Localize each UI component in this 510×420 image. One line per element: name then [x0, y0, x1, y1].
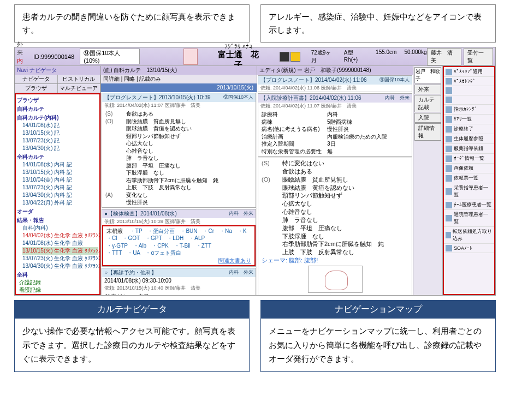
tab-inpatient[interactable]: 入院 [414, 113, 441, 123]
navmap-item[interactable]: ｵｰﾀﾞ情報一覧 [444, 154, 494, 164]
navmap-item[interactable]: ﾁｰﾑ医療患者一覧 [444, 200, 494, 210]
navmap-item[interactable]: 服薬指導依頼 [444, 144, 494, 154]
tree-item[interactable]: 13/04/30(火) 生化学 血液 ｸﾘｱﾗﾝｽ [22, 262, 98, 270]
navmap-item[interactable] [444, 95, 494, 105]
navmap-item[interactable]: ﾊﾟｽｶﾚﾝﾀﾞ [444, 77, 494, 86]
tree-item[interactable]: 14/01/08(水) 生化学 血液 [22, 239, 98, 247]
tree-group[interactable]: オーダ [17, 208, 98, 215]
tree-group[interactable]: 全科カルテ [17, 153, 98, 161]
navmap-item[interactable]: 栄養指導患者一覧 [444, 183, 494, 200]
lab-item: 末梢液 [106, 228, 123, 234]
navmap-item[interactable]: 退院管理患者一覧 [444, 210, 494, 227]
tree-item[interactable]: 13/04/22(月) 外科 記 [22, 199, 98, 207]
tree-item[interactable]: 13/10/15(火) 内科 記 [22, 169, 98, 176]
navmap-item[interactable]: 依頼票一覧 [444, 173, 494, 183]
navmap-icon [446, 188, 452, 195]
navmap-item[interactable]: ｻﾏﾘ一覧 [444, 115, 494, 124]
tree-item[interactable]: 14/04/02(水) 生化学 血液 ｸﾘｱﾗﾝｽ [22, 232, 98, 239]
tree-group[interactable]: 全科 [17, 271, 98, 279]
panel-meta: 依頼: 2014/04/02(水) 11:06 医師/藤井 清美 [258, 85, 412, 92]
navmap-icon [446, 232, 451, 238]
panel-meta: 依頼: 2014/04/02(水) 11:07 医師/藤井 清美 [102, 102, 256, 109]
progress-title[interactable]: 【プログレスノート】2013/10/15(火) 10:39 [104, 94, 211, 101]
patient-photo[interactable] [183, 49, 198, 65]
patient-id: ID:9999000148 [33, 53, 74, 60]
tree-section[interactable]: 看護記録 [19, 286, 98, 294]
tree-item[interactable]: 13/07/23(火) 内科 記 [22, 184, 98, 191]
navmap-item[interactable] [444, 86, 494, 95]
related-docs-link[interactable]: 関連文書あり [218, 257, 251, 263]
chart-viewer: (血) 自科カルテ 13/10/15(火) 同詳細 | 同略 | 記載のみ 20… [101, 66, 257, 295]
reception-list-button[interactable]: 受付一覧 [464, 48, 493, 65]
navmap-icon [446, 202, 452, 208]
allergy-icon[interactable] [290, 52, 300, 62]
tab-chart-input[interactable]: カルテ記載 [414, 95, 441, 112]
nav-tab[interactable]: ナビゲータ [15, 75, 58, 83]
editor-patient: 岩戸 和歌子 [414, 67, 441, 83]
tree-sub[interactable]: 自科(内科) [22, 224, 98, 232]
bottom-nav-title: カルテナビゲータ [15, 301, 249, 319]
bottom-map-title: ナビゲーションマップ [261, 301, 495, 319]
tree-item-selected[interactable]: 13/10/15(火) 生化学 血液 ｸﾘｱﾗﾝｽ [22, 247, 98, 255]
navmap-item[interactable]: 生体履歴参照 [444, 134, 494, 144]
nav-tab[interactable]: ブラウザ [15, 84, 58, 93]
tab-detail[interactable]: 詳細情報 [414, 123, 441, 141]
tree-item[interactable]: 13/10/15(火) 記 [22, 129, 98, 137]
panel-meta: 依頼: 2014/04/02(水) 11:07 医師/藤井 清美 [258, 103, 412, 110]
soap-s: 特に変化はない 食欲はある [282, 159, 324, 176]
tab-outpatient[interactable]: 外来 [414, 85, 441, 94]
date-bar: 2013/10/15(火) [101, 83, 257, 92]
doctor-name[interactable]: 藤井 清美 [427, 48, 462, 65]
navmap-item[interactable]: 画像依頼 [444, 164, 494, 173]
navmap-item[interactable]: 診療終了 [444, 124, 494, 134]
callout-photo: 患者カルテの聞き間違いを防ぐために顔写真を表示できます。 [14, 4, 250, 43]
tree-root[interactable]: ブラウザ [17, 97, 98, 104]
revisit-title[interactable]: ○【再診予約・他科】 [104, 269, 157, 277]
mode-column: 岩戸 和歌子 外来 カルテ記載 入院 詳細情報 [413, 66, 443, 295]
navmap-icon [446, 87, 452, 94]
navmap-item[interactable]: 指示ｶﾚﾝﾀﾞ [444, 105, 494, 115]
tree-section[interactable]: 処方のみ [19, 294, 98, 295]
navmap-icon [446, 116, 452, 123]
tree-group[interactable]: 自科カルテ(内科) [17, 114, 98, 122]
tree-group[interactable]: 結果・報告 [17, 217, 98, 224]
tree-item[interactable]: 13/04/30(火) 記 [22, 145, 98, 152]
bottom-nav-box: カルテナビゲータ 少ない操作で必要な情報へアクセス可能です。顔写真を表示できます… [14, 300, 250, 372]
patient-name-kana: ﾌｼﾞﾂｳ ﾊﾅｺ [214, 43, 263, 50]
navigator-tree[interactable]: ブラウザ 自科カルテ 自科カルテ(内科) 14/01/08(水) 記 13/10… [15, 93, 100, 295]
tree-item[interactable]: 14/01/08(水) 内科 記 [22, 161, 98, 169]
lab-title[interactable]: ●【検体検査】2014/01/08(水) [104, 210, 177, 218]
progress-title[interactable]: 【プログレスノート】2014/04/02(水) 11:06 [260, 76, 367, 84]
viewer-tabs[interactable]: 同詳細 | 同略 | 記載のみ [103, 75, 161, 83]
body-schema[interactable] [308, 266, 363, 293]
revisit-date: 2014/01/08(水) 09:30-10:00 [102, 277, 256, 285]
plan-title[interactable]: 【入院診療計画書】2014/04/02(水) 11:06 [260, 94, 361, 102]
insurance-badge[interactable]: ⑨国保10本人(10%) [80, 49, 140, 64]
panel-badge: 内科 外来 [229, 210, 253, 218]
nav-tab[interactable]: ヒストリカル [58, 75, 101, 83]
navmap-icon [446, 175, 452, 182]
navmap-item[interactable]: SOAﾉｰﾄ [444, 244, 494, 253]
tree-group[interactable]: 自科カルテ [17, 105, 98, 113]
tree-item[interactable]: 14/01/08(水) 記 [22, 122, 98, 129]
plan-row: 推定入院期間3日 [262, 140, 408, 148]
status-badges [280, 52, 300, 62]
soap-o: 眼瞼結膜 貧血所見無し 眼球結膜 黄疸を認めない 頸部リンパ節触知せず 心拡大な… [282, 176, 384, 256]
plan-row: 特別な栄養管理の必要性無 [262, 148, 408, 155]
soap-s: 食欲はある [126, 110, 153, 118]
panel-meta: 依頼: 2013/10/15(火) 10:40 医師/藤井 清美 [102, 285, 256, 292]
navmap-item[interactable]: ﾊﾟｽﾏｯﾌﾟ適用 [444, 67, 494, 77]
tree-item[interactable]: 13/07/23(火) 生化学 血液 ｸﾘｱﾗﾝｽ [22, 255, 98, 262]
tree-item[interactable]: 13/10/04(金) 内科 記 [22, 176, 98, 184]
nav-tab[interactable]: マルチビューア [58, 84, 101, 93]
navmap-item[interactable]: 転送依頼処方取り込み [444, 227, 494, 244]
navmap-icon [446, 146, 452, 152]
tree-section[interactable]: 介護記録 [19, 279, 98, 286]
navmap-icon [446, 155, 452, 162]
navmap-icon [446, 136, 452, 142]
lab-values: ・TP ・蛋白分画 ・BUN ・Cr ・Na ・K ・Cl ・GOT ・GPT … [106, 228, 247, 256]
tree-item[interactable]: 13/04/30(火) 内科 記 [22, 191, 98, 199]
tree-item[interactable]: 13/07/23(火) 記 [22, 137, 98, 145]
navmap-icon [446, 215, 452, 221]
status-icon[interactable] [280, 52, 289, 62]
